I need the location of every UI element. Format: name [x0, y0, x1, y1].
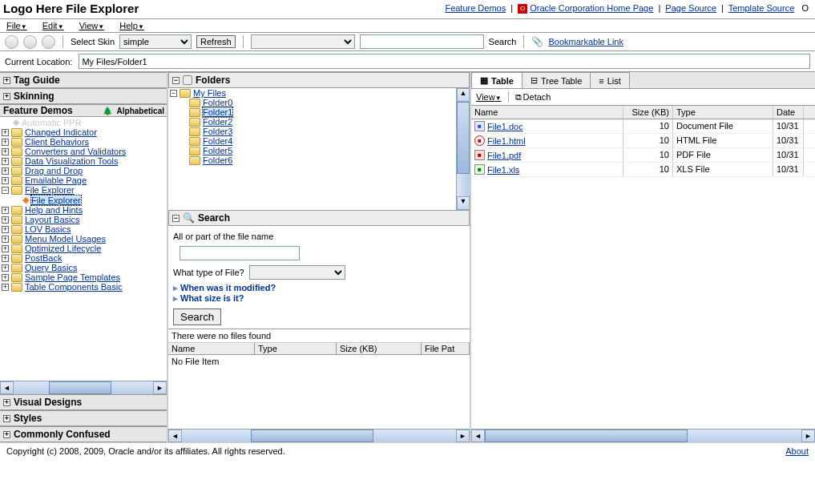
tree-item[interactable]: −File Explorer	[0, 185, 167, 195]
view-menu[interactable]: View▼	[476, 92, 502, 102]
about-link[interactable]: About	[785, 446, 809, 456]
tree-item[interactable]: +Table Components Basic	[0, 282, 167, 292]
acc-visual-designs[interactable]: +Visual Designs	[0, 394, 167, 410]
filetype-select[interactable]	[249, 265, 345, 280]
tree-item[interactable]: +Data Visualization Tools	[0, 156, 167, 166]
search-button[interactable]: Search	[173, 308, 221, 325]
tree-item[interactable]: +Changed Indicator	[0, 127, 167, 137]
link-page-source[interactable]: Page Source	[665, 3, 716, 13]
bookmarkable-link[interactable]: Bookmarkable Link	[548, 37, 623, 46]
results-empty: No File Item	[168, 355, 470, 429]
tree-item[interactable]: +Optimized Lifecycle	[0, 244, 167, 253]
table-row[interactable]: ■File1.pdf10PDF File10/31	[471, 148, 815, 163]
col-path[interactable]: File Pat	[422, 343, 470, 354]
disclose-size[interactable]: ▸What size is it?	[173, 293, 465, 304]
refresh-button[interactable]: Refresh	[196, 35, 236, 48]
table-row[interactable]: ■File1.html10HTML File10/31	[471, 134, 815, 148]
folder-root[interactable]: −My Files	[168, 88, 470, 98]
folder-item[interactable]: Folder1	[168, 107, 470, 117]
acc-commonly-confused[interactable]: +Commonly Confused	[0, 426, 167, 442]
scroll-left-icon[interactable]: ◄	[168, 429, 182, 442]
scroll-up-icon[interactable]: ▲	[457, 88, 470, 102]
tree-item[interactable]: +LOV Basics	[0, 224, 167, 234]
hdr-type[interactable]: Type	[673, 106, 773, 119]
col-size[interactable]: Size (KB)	[337, 343, 422, 354]
menu-edit[interactable]: Edit▼	[42, 21, 64, 30]
disclose-modified[interactable]: ▸When was it modified?	[173, 283, 465, 293]
folder-item[interactable]: Folder6	[168, 155, 470, 165]
collapse-search-button[interactable]: −	[172, 215, 180, 222]
tab-grouped[interactable]: 🌲	[100, 106, 115, 116]
tab-tree-table[interactable]: ⊟Tree Table	[522, 72, 591, 88]
scroll-left-icon[interactable]: ◄	[0, 381, 14, 394]
folder-item[interactable]: Folder0	[168, 98, 470, 107]
link-oracle-home[interactable]: Oracle Corporation Home Page	[530, 3, 653, 13]
link-feature-demos[interactable]: Feature Demos	[445, 3, 506, 13]
copyright: Copyright (c) 2008, 2009, Oracle and/or …	[6, 446, 285, 456]
scroll-right-icon[interactable]: ►	[456, 429, 470, 442]
folders-vscroll[interactable]: ▲ ▼	[456, 88, 470, 210]
link-template-source[interactable]: Template Source	[728, 3, 795, 13]
menu-file[interactable]: File▼	[6, 21, 27, 30]
menu-view[interactable]: View▼	[79, 21, 105, 30]
tab-list[interactable]: ≡List	[590, 72, 630, 88]
right-column: ▦Table ⊟Tree Table ≡List View▼ ⧉Detach N…	[471, 72, 815, 442]
acc-styles[interactable]: +Styles	[0, 410, 167, 426]
hdr-date[interactable]: Date	[773, 106, 804, 119]
hdr-name[interactable]: Name	[471, 106, 623, 119]
scroll-down-icon[interactable]: ▼	[457, 196, 470, 210]
select-skin-label: Select Skin	[71, 37, 115, 46]
tree-table-icon: ⊟	[531, 75, 538, 86]
collapse-folders-button[interactable]: −	[172, 77, 180, 84]
col-name[interactable]: Name	[168, 343, 255, 354]
tree-item[interactable]: +Emailable Page	[0, 175, 167, 185]
table-row[interactable]: ■File1.doc10Document File10/31	[471, 119, 815, 134]
combo-select[interactable]	[251, 34, 355, 49]
filename-input[interactable]	[180, 246, 300, 260]
file-icon: ■	[474, 164, 485, 175]
tree-item[interactable]: +Sample Page Templates	[0, 272, 167, 282]
acc-feature-demos[interactable]: Feature Demos 🌲 Alphabetical	[0, 104, 167, 117]
search-input[interactable]	[360, 34, 484, 49]
file-table-header: Name Size (KB) Type Date	[471, 106, 815, 119]
folder-item[interactable]: Folder3	[168, 127, 470, 136]
scroll-left-icon[interactable]: ◄	[471, 429, 485, 442]
tree-item[interactable]: +Layout Basics	[0, 215, 167, 224]
nav-forward-button[interactable]	[23, 35, 37, 49]
tree-item-child[interactable]: ◆File Explorer	[0, 195, 167, 205]
menu-help[interactable]: Help▼	[119, 21, 144, 30]
table-toolbar: View▼ ⧉Detach	[471, 89, 815, 106]
scroll-right-icon[interactable]: ►	[801, 429, 815, 442]
tree-item[interactable]: +Client Behaviors	[0, 137, 167, 147]
file-icon: ■	[474, 121, 485, 131]
tree-item[interactable]: +Query Basics	[0, 263, 167, 272]
nav-up-button[interactable]	[42, 35, 55, 49]
footer: Copyright (c) 2008, 2009, Oracle and/or …	[0, 442, 815, 459]
tab-alphabetical[interactable]: Alphabetical	[115, 106, 167, 116]
hdr-size[interactable]: Size (KB)	[623, 106, 673, 119]
tab-table[interactable]: ▦Table	[471, 72, 522, 88]
table-row[interactable]: ■File1.xls10XLS File10/31	[471, 163, 815, 177]
folder-item[interactable]: Folder4	[168, 136, 470, 146]
col-type[interactable]: Type	[255, 343, 337, 354]
tree-item[interactable]: +Menu Model Usages	[0, 234, 167, 244]
nav-back-button[interactable]	[5, 35, 18, 49]
results-hscroll[interactable]: ◄ ►	[168, 429, 470, 442]
tree-item[interactable]: +Help and Hints	[0, 205, 167, 215]
acc-skinning[interactable]: +Skinning	[0, 88, 167, 104]
table-hscroll[interactable]: ◄ ►	[471, 429, 815, 442]
tree-item[interactable]: +PostBack	[0, 253, 167, 263]
left-hscroll[interactable]: ◄ ►	[0, 381, 167, 394]
acc-tag-guide[interactable]: +Tag Guide	[0, 72, 167, 88]
tree-item[interactable]: +Drag and Drop	[0, 166, 167, 175]
tree-item[interactable]: ◆Automatic PPR	[0, 117, 167, 127]
scroll-right-icon[interactable]: ►	[153, 381, 167, 394]
location-input[interactable]	[79, 54, 810, 69]
detach-button[interactable]: ⧉Detach	[515, 92, 551, 103]
results-header: Name Type Size (KB) File Pat	[168, 343, 470, 355]
tree-item[interactable]: +Converters and Validators	[0, 147, 167, 156]
folder-item[interactable]: Folder2	[168, 117, 470, 127]
folder-item[interactable]: Folder5	[168, 146, 470, 155]
skin-select[interactable]: simple	[119, 34, 192, 49]
search-label: Search	[489, 37, 517, 46]
